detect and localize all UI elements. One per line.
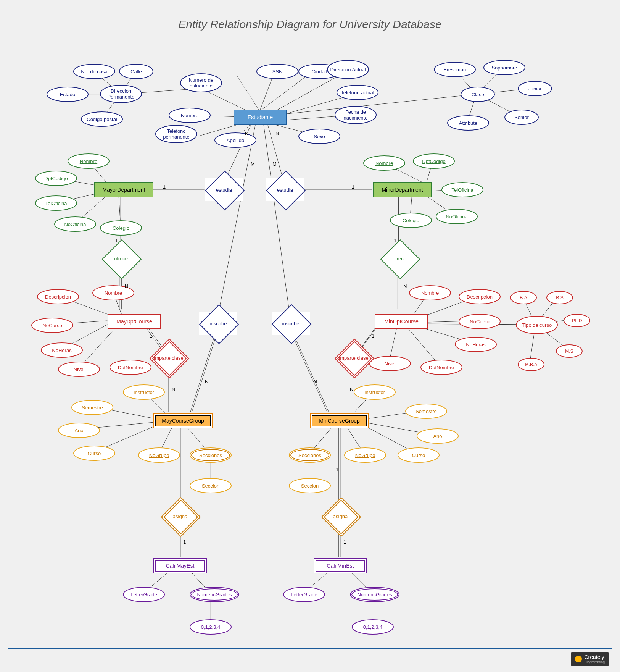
card-one2: 1 — [352, 184, 354, 190]
rel-ofrece-right: ofrece — [380, 247, 419, 270]
entity-estudiante: Estudiante — [234, 110, 287, 125]
card-n8: N — [314, 379, 317, 384]
svg-line-0 — [237, 75, 259, 111]
card-one10: 1 — [343, 539, 346, 545]
attr-ming-secciones: Secciones — [289, 447, 331, 463]
attr-mayg-curso: Curso — [73, 446, 115, 461]
attr-freshman: Freshman — [434, 62, 476, 77]
card-one4: 1 — [394, 237, 396, 243]
attr-minor-teloficina: TelOficina — [441, 182, 483, 197]
entity-min-course: MinDptCourse — [375, 314, 428, 329]
rel-inscribe-right: inscribe — [272, 312, 310, 335]
rel-estudia-right: estudia — [266, 178, 304, 201]
svg-line-24 — [218, 123, 256, 317]
attr-tel-actual: Telefono actual — [337, 85, 378, 100]
attr-minc-descripcion: Descripcion — [459, 289, 501, 304]
attr-senior: Senior — [504, 110, 539, 125]
rel-imparte-right: imparte clase — [335, 346, 373, 369]
card-n4: N — [403, 283, 407, 289]
attr-bs: B.S — [546, 291, 573, 304]
attr-minor-dptcodigo: DptCodigo — [413, 153, 455, 169]
card-one5: 1 — [150, 333, 152, 339]
card-n7: N — [205, 379, 208, 384]
attr-dir-actual: Direccion Actual — [327, 60, 369, 79]
svg-line-71 — [291, 328, 329, 412]
card-m2: M — [272, 161, 277, 167]
attr-calmin-letter: LetterGrade — [283, 587, 325, 602]
rel-imparte-left: imparte clase — [150, 346, 188, 369]
attr-sophomore: Sophomore — [483, 60, 525, 75]
card-one7: 1 — [176, 467, 178, 472]
attr-mayc-nohoras: NoHoras — [41, 342, 83, 358]
attr-mayg-secciones: Secciones — [190, 447, 232, 463]
attr-mayor-nombre: Nombre — [68, 153, 110, 169]
attr-mayc-nivel: Nivel — [58, 362, 100, 377]
attr-minor-colegio: Colegio — [390, 213, 432, 228]
card-n2: N — [275, 131, 279, 136]
attr-calmin-numeric: NumericGrades — [350, 587, 399, 602]
card-one8: 1 — [336, 467, 338, 472]
attr-mayg-nogrupo: NoGrupo — [138, 447, 180, 463]
card-n5: N — [172, 386, 175, 392]
attr-minc-nivel: Nivel — [369, 356, 411, 371]
attr-minc-dptnombre: DptNombre — [420, 360, 462, 375]
svg-line-68 — [190, 328, 217, 412]
entity-min-group: MinCourseGroup — [310, 413, 369, 428]
attr-attribute: Attribute — [447, 115, 489, 131]
attr-ming-instructor: Instructor — [354, 384, 396, 400]
rel-asigna-right: asigna — [321, 505, 359, 528]
attr-clase: Clase — [461, 87, 495, 102]
card-one6: 1 — [372, 333, 374, 339]
entity-minor-dept: MinorDepartment — [373, 182, 432, 197]
attr-no-casa: No. de casa — [73, 64, 115, 79]
attr-mayg-ano: Año — [58, 423, 100, 438]
attr-apellido: Apellido — [214, 132, 256, 148]
attr-mayg-instructor: Instructor — [123, 384, 165, 400]
entity-may-course: MayDptCourse — [108, 314, 161, 329]
svg-line-70 — [289, 328, 327, 412]
entity-mayor-dept: MayorDepartment — [94, 182, 153, 197]
attr-calmay-values: 0,1,2,3,4 — [190, 619, 232, 635]
attr-junior: Junior — [518, 81, 552, 96]
attr-codigo-postal: Codigo postal — [81, 111, 123, 127]
attr-calmin-values: 0,1,2,3,4 — [352, 619, 394, 635]
attr-ming-nogrupo: NoGrupo — [344, 447, 386, 463]
creately-logo: Creately Diagramming — [571, 652, 609, 666]
attr-ms: M.S — [556, 344, 583, 358]
card-n3: N — [125, 283, 128, 289]
attr-mba: M.B.A — [518, 358, 544, 371]
attr-mayor-colegio: Colegio — [100, 220, 142, 236]
bulb-icon — [575, 656, 582, 662]
attr-ba: B.A — [510, 291, 537, 304]
attr-estado: Estado — [47, 87, 89, 102]
attr-calmay-numeric: NumericGrades — [190, 587, 239, 602]
svg-line-3 — [275, 73, 343, 111]
attr-mayor-nooficina: NoOficina — [54, 216, 96, 232]
entity-calif-may: CalifMayEst — [153, 558, 207, 573]
diagram-title: Entity Relationship Diagram for Universi… — [8, 18, 612, 31]
card-one9: 1 — [183, 539, 186, 545]
card-one1: 1 — [163, 184, 166, 190]
attr-calmay-letter: LetterGrade — [123, 587, 165, 602]
card-n6: N — [350, 386, 353, 392]
attr-minor-nombre: Nombre — [363, 155, 405, 171]
rel-estudia-left: estudia — [205, 178, 243, 201]
diagram-frame: Entity Relationship Diagram for Universi… — [8, 8, 612, 649]
attr-ming-semestre: Semestre — [405, 404, 447, 419]
attr-mayor-teloficina: TelOficina — [35, 195, 77, 211]
entity-may-group: MayCourseGroup — [153, 413, 213, 428]
attr-mayc-nocurso: NoCurso — [31, 318, 73, 333]
attr-calle: Calle — [119, 64, 153, 79]
attr-mayg-seccion: Seccion — [190, 478, 232, 493]
attr-mayor-dptcodigo: DptCodigo — [35, 171, 77, 186]
attr-minor-nooficina: NoOficina — [436, 209, 478, 224]
attr-mayg-semestre: Semestre — [71, 400, 113, 415]
attr-phd: Ph.D — [564, 314, 590, 327]
attr-mayc-dptnombre: DptNombre — [110, 360, 151, 375]
rel-inscribe-left: inscribe — [199, 312, 237, 335]
attr-tipo-curso: Tipo de curso — [516, 316, 558, 334]
rel-asigna-left: asigna — [161, 505, 199, 528]
attr-minc-nohoras: NoHoras — [455, 337, 497, 352]
attr-nombre: Nombre — [169, 108, 211, 123]
svg-line-69 — [192, 328, 219, 412]
